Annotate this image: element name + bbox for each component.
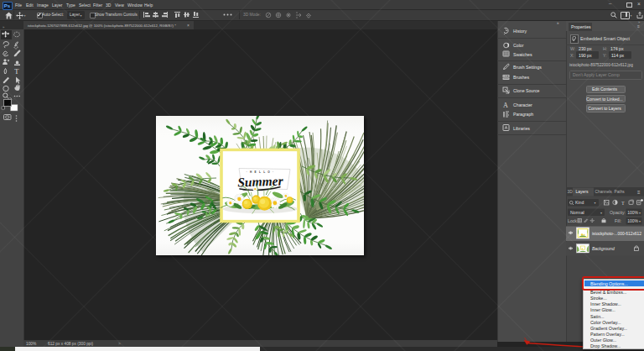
svg-text:Libraries: Libraries	[513, 126, 530, 131]
svg-text:Fill:: Fill:	[615, 218, 621, 223]
svg-text:3D: 3D	[568, 190, 574, 194]
svg-text:Paragraph: Paragraph	[513, 112, 533, 117]
svg-text:Paths: Paths	[615, 190, 626, 194]
svg-text:100%: 100%	[627, 218, 638, 223]
svg-text:Lock:: Lock:	[568, 218, 578, 223]
svg-text:Opacity:: Opacity:	[610, 210, 626, 215]
svg-text:▾: ▾	[595, 201, 596, 205]
svg-text:Brush Settings: Brush Settings	[513, 65, 542, 70]
svg-text:Brushes: Brushes	[513, 75, 529, 80]
svg-text:Background: Background	[592, 246, 615, 251]
svg-text:A: A	[503, 102, 508, 109]
svg-text:100%: 100%	[627, 210, 638, 215]
svg-text:▾: ▾	[639, 211, 641, 215]
svg-text:History: History	[513, 29, 527, 34]
svg-text:istockphoto-...000-612x612: istockphoto-...000-612x612	[592, 232, 641, 236]
svg-text:Layers: Layers	[576, 189, 589, 194]
svg-text:Clone Source: Clone Source	[513, 88, 540, 93]
svg-text:T: T	[621, 200, 625, 206]
svg-text:T: T	[14, 67, 19, 76]
svg-text:▾: ▾	[600, 211, 602, 215]
svg-text:· H E L L O ·: · H E L L O ·	[247, 170, 275, 174]
svg-text:Swatches: Swatches	[513, 52, 532, 57]
svg-text:Channels: Channels	[595, 190, 613, 194]
svg-text:Character: Character	[513, 102, 532, 107]
svg-text:≡: ≡	[637, 190, 641, 195]
svg-text:Normal: Normal	[570, 210, 584, 215]
svg-text:Color: Color	[513, 43, 524, 48]
svg-text:▾: ▾	[639, 219, 641, 223]
svg-text:Kind: Kind	[575, 200, 584, 205]
